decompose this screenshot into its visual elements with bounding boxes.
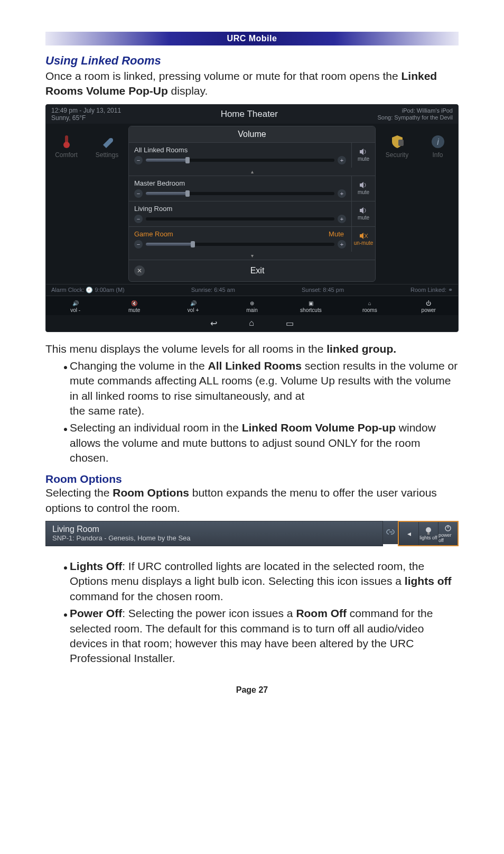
vol-minus-button[interactable]: − xyxy=(134,156,143,164)
app-screenshot: 12:49 pm - July 13, 2011 Sunny, 65°F Hom… xyxy=(45,104,459,332)
mute-indicator: Mute xyxy=(329,230,346,240)
bottom-nav: 🔊vol - 🔇mute 🔊vol + ⊕main ▣shortcuts ⌂ro… xyxy=(46,296,458,315)
wrench-icon xyxy=(99,134,116,149)
vol-plus-button[interactable]: + xyxy=(338,189,346,198)
tile-comfort[interactable]: Comfort xyxy=(46,128,87,280)
nav-vol-up[interactable]: 🔊vol + xyxy=(170,300,217,313)
row-label: Master Bedroom xyxy=(134,179,346,187)
vol-minus-button[interactable]: − xyxy=(134,215,143,223)
volume-slider[interactable]: − + xyxy=(134,156,346,164)
svg-point-1 xyxy=(63,142,70,148)
room-options-bar: Living Room SNP-1: Pandora - Genesis, Ho… xyxy=(45,521,459,546)
expander-down[interactable]: ▾ xyxy=(129,252,375,260)
volume-row-living-room: Living Room − + mute xyxy=(129,201,375,226)
list-item: Selecting an individual room in the Link… xyxy=(70,420,459,465)
speaker-icon xyxy=(359,148,368,155)
volume-row-game-room: Game Room Mute − + un-mute xyxy=(129,226,375,252)
now-playing: SNP-1: Pandora - Genesis, Home by the Se… xyxy=(52,534,376,542)
speaker-muted-icon xyxy=(359,232,368,240)
room-name: Living Room xyxy=(52,525,376,534)
svg-rect-9 xyxy=(427,532,430,535)
status-weather: Sunny, 65°F xyxy=(51,114,121,122)
expander-up[interactable]: ▴ xyxy=(129,168,375,176)
power-icon xyxy=(444,524,452,532)
tile-security[interactable]: Security xyxy=(377,128,417,280)
row-label: Living Room xyxy=(134,205,346,213)
nav-power[interactable]: ⏻power xyxy=(405,300,452,313)
shortcut-icon: ▣ xyxy=(287,300,334,306)
mute-button[interactable]: mute xyxy=(351,143,375,168)
power-icon: ⏻ xyxy=(405,300,452,306)
globe-icon: ⊕ xyxy=(228,300,276,306)
status-bar: Alarm Clock: 🕘 9:00am (M) Sunrise: 6:45 … xyxy=(46,284,458,296)
link-icon[interactable] xyxy=(383,521,398,544)
intro-paragraph: Once a room is linked, pressing volume o… xyxy=(45,69,459,99)
thermometer-icon xyxy=(58,134,75,149)
exit-row[interactable]: ✕ Exit xyxy=(129,260,375,281)
volume-slider[interactable]: − + xyxy=(134,240,346,249)
volume-slider[interactable]: − + xyxy=(134,189,346,198)
screen-title: Home Theater xyxy=(221,109,278,120)
svg-point-8 xyxy=(426,527,431,532)
doc-header: URC Mobile xyxy=(45,32,459,45)
mute-button[interactable]: mute xyxy=(351,201,375,226)
collapse-button[interactable]: ◂ xyxy=(399,522,418,545)
page-number: Page 27 xyxy=(45,685,459,695)
room-info[interactable]: Living Room SNP-1: Pandora - Genesis, Ho… xyxy=(45,521,383,546)
volume-panel: Volume All Linked Rooms − + xyxy=(128,126,376,282)
mute-button[interactable]: mute xyxy=(351,176,375,201)
shield-lock-icon xyxy=(389,134,406,149)
status-time: 12:49 pm - July 13, 2011 xyxy=(51,107,121,114)
row-label: All Linked Rooms xyxy=(134,146,346,154)
speaker-muted-icon: 🔇 xyxy=(110,300,158,306)
volume-row-master-bedroom: Master Bedroom − + mute xyxy=(129,176,375,201)
info-icon: i xyxy=(430,134,446,149)
nav-shortcuts[interactable]: ▣shortcuts xyxy=(287,300,334,313)
power-off-button[interactable]: power off xyxy=(438,522,458,545)
nav-vol-down[interactable]: 🔊vol - xyxy=(52,300,99,313)
speaker-icon: 🔊 xyxy=(52,300,99,306)
tile-settings[interactable]: Settings xyxy=(87,128,127,280)
nav-mute[interactable]: 🔇mute xyxy=(110,300,158,313)
paragraph-room-options: Selecting the Room Options button expand… xyxy=(45,485,459,516)
back-icon[interactable]: ↩ xyxy=(210,318,217,328)
android-nav: ↩ ⌂ ▭ xyxy=(46,315,458,332)
list-item: Lights Off: If URC controlled lights are… xyxy=(70,559,459,604)
vol-plus-button[interactable]: + xyxy=(338,240,346,249)
exit-label: Exit xyxy=(145,266,370,276)
doc-header-text: URC Mobile xyxy=(227,34,277,43)
home-icon[interactable]: ⌂ xyxy=(249,318,254,328)
row-label: Game Room xyxy=(134,230,173,238)
speaker-icon xyxy=(359,181,368,189)
nav-rooms[interactable]: ⌂rooms xyxy=(346,300,394,313)
recents-icon[interactable]: ▭ xyxy=(286,318,294,328)
section-title-linked-rooms: Using Linked Rooms xyxy=(45,54,459,68)
subhead-room-options: Room Options xyxy=(45,473,459,485)
vol-plus-button[interactable]: + xyxy=(338,215,346,223)
volume-title: Volume xyxy=(129,126,375,142)
speaker-icon xyxy=(359,207,368,214)
list-item: Power Off: Selecting the power icon issu… xyxy=(70,606,459,666)
speaker-icon: 🔊 xyxy=(170,300,217,306)
list-item: Changing the volume in the All Linked Ro… xyxy=(70,359,459,418)
svg-rect-5 xyxy=(398,140,404,146)
bulb-icon xyxy=(425,527,432,535)
vol-minus-button[interactable]: − xyxy=(134,240,143,249)
app-top-bar: 12:49 pm - July 13, 2011 Sunny, 65°F Hom… xyxy=(46,105,458,124)
close-icon[interactable]: ✕ xyxy=(134,265,145,276)
svg-point-2 xyxy=(109,138,113,142)
house-icon: ⌂ xyxy=(346,300,394,306)
volume-slider[interactable]: − + xyxy=(134,215,346,223)
tile-info[interactable]: i Info xyxy=(417,128,458,280)
vol-minus-button[interactable]: − xyxy=(134,189,143,198)
unmute-button[interactable]: un-mute xyxy=(351,227,375,252)
volume-row-all: All Linked Rooms − + mute xyxy=(129,142,375,168)
lights-off-button[interactable]: lights off xyxy=(418,522,438,545)
vol-plus-button[interactable]: + xyxy=(338,156,346,164)
svg-text:i: i xyxy=(437,137,439,146)
paragraph-linked-group: This menu displays the volume levels for… xyxy=(45,342,459,356)
nav-main[interactable]: ⊕main xyxy=(228,300,276,313)
